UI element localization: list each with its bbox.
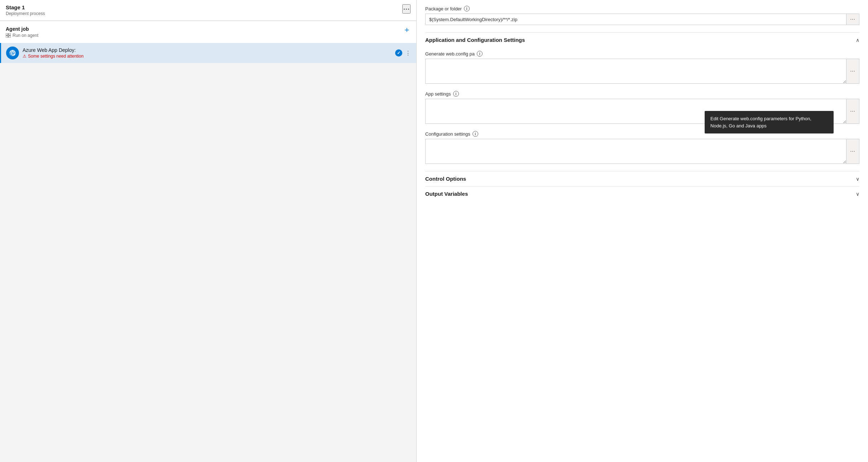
generate-webconfig-input-row: ⋯ <box>425 59 859 84</box>
control-options-section[interactable]: Control Options ∨ <box>425 171 859 186</box>
app-settings-textarea[interactable] <box>425 99 847 124</box>
task-actions: ⋮ <box>395 49 411 57</box>
stage-more-button[interactable]: ⋯ <box>402 4 411 14</box>
grid-icon <box>6 33 11 38</box>
task-info: Azure Web App Deploy: ⚠ Some settings ne… <box>23 47 392 59</box>
app-settings-ellipsis-button[interactable]: ⋯ <box>847 99 859 124</box>
package-folder-ellipsis-button[interactable]: ⋯ <box>847 14 859 25</box>
task-more-button[interactable]: ⋮ <box>405 50 411 57</box>
package-folder-label-text: Package or folder <box>425 6 462 11</box>
task-enabled-check <box>395 49 402 57</box>
config-settings-info-icon[interactable]: i <box>473 131 478 137</box>
agent-job-section: Agent job Run on agent + <box>0 21 416 43</box>
config-settings-input-row: ⋯ <box>425 139 859 164</box>
agent-job-subtitle: Run on agent <box>6 33 38 38</box>
app-settings-group: App settings i ⋯ <box>425 91 859 124</box>
output-variables-title: Output Variables <box>425 191 468 197</box>
app-config-chevron-icon[interactable]: ∧ <box>856 37 859 43</box>
add-task-button[interactable]: + <box>403 26 411 34</box>
app-settings-label-text: App settings <box>425 91 451 97</box>
svg-rect-2 <box>6 36 8 38</box>
output-variables-section[interactable]: Output Variables ∨ <box>425 186 859 201</box>
package-folder-input-row: ⋯ <box>425 14 859 25</box>
svg-rect-1 <box>9 33 11 35</box>
config-settings-ellipsis-button[interactable]: ⋯ <box>847 139 859 164</box>
generate-webconfig-ellipsis-button[interactable]: ⋯ <box>847 59 859 84</box>
agent-job-subtitle-text: Run on agent <box>13 33 38 38</box>
control-options-chevron-icon[interactable]: ∨ <box>856 176 859 182</box>
config-settings-label-text: Configuration settings <box>425 131 470 137</box>
output-variables-chevron-icon[interactable]: ∨ <box>856 191 859 197</box>
task-warning: ⚠ Some settings need attention <box>23 54 392 59</box>
azure-webapp-task-row[interactable]: Azure Web App Deploy: ⚠ Some settings ne… <box>0 43 416 63</box>
app-settings-label: App settings i <box>425 91 859 97</box>
control-options-title: Control Options <box>425 176 466 182</box>
agent-job-info: Agent job Run on agent <box>6 26 38 38</box>
package-folder-label: Package or folder i <box>425 6 859 11</box>
left-panel: Stage 1 Deployment process ⋯ Agent job R… <box>0 0 417 462</box>
right-panel: Package or folder i ⋯ Application and Co… <box>417 0 868 462</box>
svg-rect-3 <box>9 36 11 38</box>
stage-subtitle: Deployment process <box>6 11 45 16</box>
generate-webconfig-textarea[interactable] <box>425 59 847 84</box>
warning-text: Some settings need attention <box>28 54 83 59</box>
generate-webconfig-group: Generate web.config pa i Edit Generate w… <box>425 51 859 84</box>
app-settings-info-icon[interactable]: i <box>453 91 459 97</box>
app-config-section-header: Application and Configuration Settings ∧ <box>425 32 859 46</box>
package-folder-info-icon[interactable]: i <box>464 6 470 11</box>
task-name: Azure Web App Deploy: <box>23 47 392 53</box>
stage-title: Stage 1 <box>6 4 45 10</box>
svg-rect-0 <box>6 33 8 35</box>
generate-webconfig-label-text: Generate web.config pa <box>425 51 475 57</box>
warning-icon: ⚠ <box>23 54 27 59</box>
app-settings-input-row: ⋯ <box>425 99 859 124</box>
generate-webconfig-label: Generate web.config pa i <box>425 51 859 57</box>
config-settings-group: Configuration settings i ⋯ <box>425 131 859 164</box>
package-folder-group: Package or folder i ⋯ <box>425 6 859 25</box>
package-folder-input[interactable] <box>425 14 847 25</box>
agent-job-title: Agent job <box>6 26 38 32</box>
config-settings-textarea[interactable] <box>425 139 847 164</box>
task-icon <box>6 47 19 59</box>
config-settings-label: Configuration settings i <box>425 131 859 137</box>
app-config-title: Application and Configuration Settings <box>425 37 525 43</box>
generate-webconfig-info-icon[interactable]: i <box>477 51 483 57</box>
stage-header: Stage 1 Deployment process ⋯ <box>0 0 416 21</box>
right-content: Package or folder i ⋯ Application and Co… <box>417 0 868 207</box>
stage-info: Stage 1 Deployment process <box>6 4 45 16</box>
